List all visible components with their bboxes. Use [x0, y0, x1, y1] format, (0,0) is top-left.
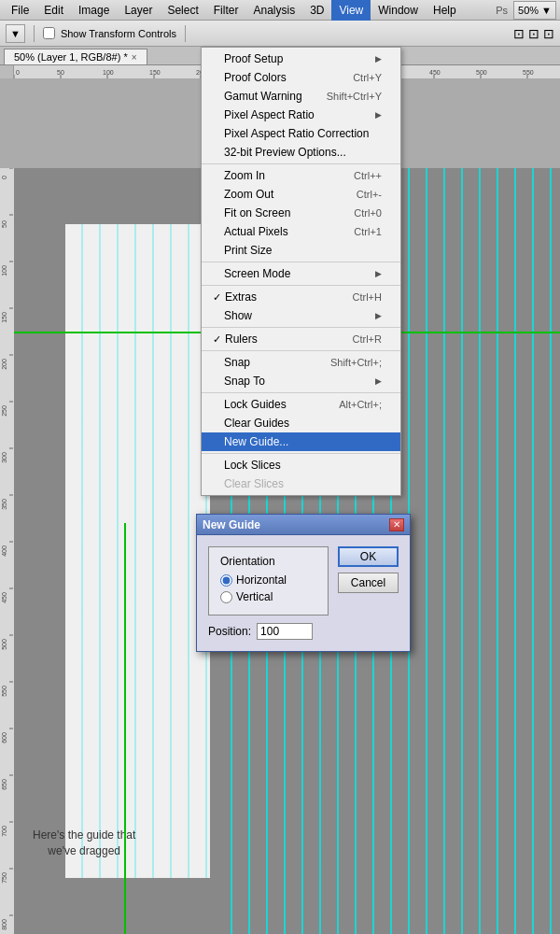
- horizontal-radio[interactable]: [220, 574, 232, 587]
- dd-rulers-check: ✓: [213, 333, 221, 346]
- dd-new-guide[interactable]: New Guide...: [202, 432, 400, 451]
- canvas-guide-text: Here's the guide that we've dragged: [33, 828, 135, 859]
- dd-snap-to[interactable]: Snap To ▶: [202, 372, 400, 390]
- dd-rulers-shortcut: Ctrl+R: [334, 333, 382, 345]
- svg-text:250: 250: [1, 405, 7, 417]
- cancel-button[interactable]: Cancel: [338, 573, 399, 593]
- menu-view[interactable]: View: [331, 0, 371, 21]
- align-right-icon[interactable]: ⊡: [543, 26, 554, 41]
- dd-fit-screen[interactable]: Fit on Screen Ctrl+0: [202, 204, 400, 222]
- menu-select[interactable]: Select: [160, 0, 205, 21]
- transform-checkbox[interactable]: [43, 27, 55, 39]
- menu-filter[interactable]: Filter: [206, 0, 246, 21]
- dd-snap[interactable]: Snap Shift+Ctrl+;: [202, 353, 400, 372]
- dd-actual-pixels-shortcut: Ctrl+1: [335, 226, 382, 237]
- dd-32bit-preview[interactable]: 32-bit Preview Options...: [202, 143, 400, 162]
- zoom-arrow-icon: ▼: [541, 5, 552, 16]
- dialog-close-button[interactable]: ✕: [389, 518, 404, 531]
- orientation-group: Orientation Horizontal Vertical: [208, 546, 329, 616]
- dd-show-arrow: ▶: [375, 311, 382, 320]
- menu-edit[interactable]: Edit: [36, 0, 71, 21]
- dd-snap-to-label: Snap To: [224, 375, 265, 388]
- svg-text:800: 800: [1, 919, 7, 930]
- dd-pixel-aspect-ratio[interactable]: Pixel Aspect Ratio ▶: [202, 106, 400, 124]
- dd-section-guides: Lock Guides Alt+Ctrl+; Clear Guides New …: [202, 393, 400, 454]
- dd-gamut-warning-label: Gamut Warning: [224, 90, 302, 103]
- view-menu-dropdown: Proof Setup ▶ Proof Colors Ctrl+Y Gamut …: [201, 47, 401, 496]
- vertical-radio[interactable]: [220, 591, 232, 603]
- svg-text:550: 550: [1, 686, 7, 697]
- dd-clear-slices-label: Clear Slices: [224, 477, 284, 490]
- svg-text:150: 150: [149, 69, 161, 76]
- dd-section-screen-mode: Screen Mode ▶: [202, 262, 400, 286]
- menu-file[interactable]: File: [4, 0, 36, 21]
- dd-section-snap: Snap Shift+Ctrl+; Snap To ▶: [202, 351, 400, 393]
- dd-fit-screen-shortcut: Ctrl+0: [335, 207, 382, 219]
- dd-clear-guides-label: Clear Guides: [224, 417, 289, 430]
- menu-window[interactable]: Window: [371, 0, 426, 21]
- svg-text:350: 350: [1, 499, 7, 510]
- svg-text:550: 550: [523, 69, 534, 76]
- svg-text:50: 50: [1, 220, 7, 228]
- dd-zoom-out[interactable]: Zoom Out Ctrl+-: [202, 185, 400, 204]
- vertical-label: Vertical: [236, 590, 273, 603]
- ok-button[interactable]: OK: [338, 546, 399, 567]
- align-icons: ⊡ ⊡ ⊡: [513, 26, 554, 41]
- dd-lock-slices[interactable]: Lock Slices: [202, 456, 400, 474]
- dd-32bit-preview-label: 32-bit Preview Options...: [224, 146, 346, 159]
- svg-text:100: 100: [1, 265, 7, 276]
- dd-pixel-aspect-correction[interactable]: Pixel Aspect Ratio Correction: [202, 124, 400, 143]
- dd-extras-check: ✓: [213, 291, 221, 304]
- dd-lock-slices-label: Lock Slices: [224, 459, 281, 472]
- dd-proof-colors[interactable]: Proof Colors Ctrl+Y: [202, 68, 400, 87]
- tab-label: 50% (Layer 1, RGB/8#) *: [14, 51, 128, 63]
- horizontal-label: Horizontal: [236, 573, 287, 587]
- dd-actual-pixels-label: Actual Pixels: [224, 225, 288, 238]
- document-tab[interactable]: 50% (Layer 1, RGB/8#) * ×: [4, 49, 147, 64]
- dd-rulers[interactable]: ✓ Rulers Ctrl+R: [202, 330, 400, 348]
- tab-close-icon[interactable]: ×: [132, 52, 137, 63]
- vertical-radio-row: Vertical: [220, 590, 316, 603]
- menu-layer[interactable]: Layer: [117, 0, 160, 21]
- svg-text:450: 450: [1, 592, 7, 603]
- menu-image[interactable]: Image: [71, 0, 117, 21]
- svg-text:500: 500: [1, 639, 7, 650]
- dialog-left-panel: Orientation Horizontal Vertical Position…: [208, 546, 329, 640]
- svg-text:450: 450: [429, 69, 441, 76]
- ps-icon: Ps: [496, 5, 508, 16]
- menu-analysis[interactable]: Analysis: [245, 0, 302, 21]
- dd-actual-pixels[interactable]: Actual Pixels Ctrl+1: [202, 222, 400, 241]
- zoom-dropdown[interactable]: 50% ▼: [513, 1, 556, 20]
- dd-clear-guides[interactable]: Clear Guides: [202, 414, 400, 432]
- dd-show-label: Show: [224, 309, 252, 322]
- svg-text:100: 100: [103, 69, 114, 76]
- menu-3d[interactable]: 3D: [302, 0, 331, 21]
- ruler-corner: [0, 65, 14, 79]
- dd-show[interactable]: Show ▶: [202, 306, 400, 325]
- align-left-icon[interactable]: ⊡: [513, 26, 525, 41]
- dd-proof-setup[interactable]: Proof Setup ▶: [202, 50, 400, 68]
- menu-help[interactable]: Help: [426, 0, 464, 21]
- zoom-value: 50%: [518, 5, 539, 16]
- layer-dropdown[interactable]: ▼: [6, 24, 25, 43]
- align-center-icon[interactable]: ⊡: [528, 26, 539, 41]
- dd-zoom-in[interactable]: Zoom In Ctrl++: [202, 166, 400, 185]
- dialog-titlebar: New Guide ✕: [197, 515, 410, 535]
- dd-lock-guides[interactable]: Lock Guides Alt+Ctrl+;: [202, 395, 400, 414]
- position-input[interactable]: [257, 623, 313, 640]
- svg-text:0: 0: [16, 69, 20, 76]
- dd-print-size[interactable]: Print Size: [202, 241, 400, 260]
- svg-text:500: 500: [476, 69, 487, 76]
- dd-extras-shortcut: Ctrl+H: [334, 291, 382, 303]
- dd-screen-mode[interactable]: Screen Mode ▶: [202, 264, 400, 283]
- dd-print-size-label: Print Size: [224, 244, 272, 257]
- svg-text:50: 50: [57, 69, 64, 76]
- guide-text-line1: Here's the guide that: [33, 828, 135, 843]
- dd-extras[interactable]: ✓ Extras Ctrl+H: [202, 288, 400, 306]
- sep2: [185, 25, 186, 42]
- svg-text:150: 150: [1, 312, 7, 323]
- dd-gamut-warning[interactable]: Gamut Warning Shift+Ctrl+Y: [202, 87, 400, 106]
- orientation-label: Orientation: [220, 555, 316, 568]
- dd-section-extras: ✓ Extras Ctrl+H Show ▶: [202, 286, 400, 328]
- dd-snap-to-arrow: ▶: [375, 376, 382, 386]
